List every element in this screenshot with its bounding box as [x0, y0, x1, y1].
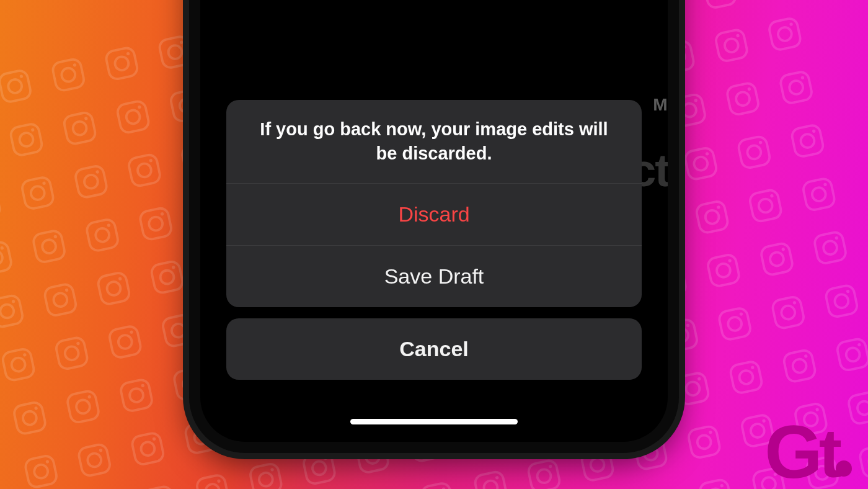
phone-frame: M ct If you go back now, your image edit…	[189, 0, 679, 453]
logo-letter-t: t	[819, 423, 837, 485]
action-sheet-title: If you go back now, your image edits wil…	[226, 100, 642, 184]
cancel-button[interactable]: Cancel	[226, 318, 642, 380]
action-sheet-group: If you go back now, your image edits wil…	[226, 100, 642, 307]
save-draft-button[interactable]: Save Draft	[226, 245, 642, 307]
home-indicator	[350, 419, 518, 424]
discard-button[interactable]: Discard	[226, 184, 642, 245]
action-sheet: If you go back now, your image edits wil…	[226, 100, 642, 380]
logo-dot-icon	[836, 460, 852, 477]
site-logo: G t	[764, 418, 852, 485]
obscured-text-top: M	[653, 95, 668, 115]
logo-letter-g: G	[764, 418, 817, 485]
phone-screen: M ct If you go back now, your image edit…	[200, 0, 668, 442]
